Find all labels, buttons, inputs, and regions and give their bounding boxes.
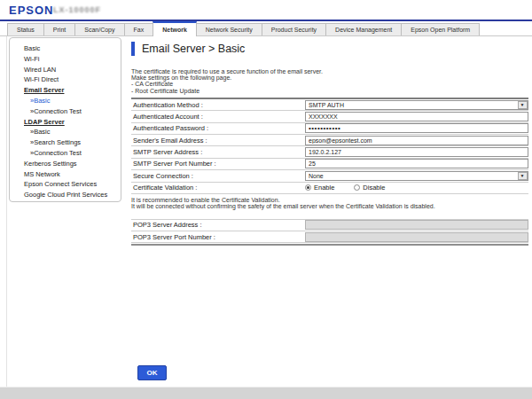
form-row-smtp-server-port-number: SMTP Server Port Number : — [131, 159, 528, 170]
disable-radio[interactable] — [354, 184, 360, 191]
authenticated-password-field — [305, 123, 528, 134]
sidebar-item-google-cloud-print-services[interactable]: Google Cloud Print Services — [10, 190, 121, 200]
certificate-validation-field: EnableDisable — [305, 183, 528, 193]
sidebar-item-kerberos-settings[interactable]: Kerberos Settings — [10, 159, 121, 169]
chevron-down-icon[interactable]: ▼ — [518, 101, 528, 109]
authentication-method-label: Authentication Method : — [131, 101, 305, 109]
secure-connection-field: None▼ — [305, 170, 528, 181]
smtp-server-port-number-input[interactable] — [305, 159, 528, 168]
tab-scan-copy[interactable]: Scan/Copy — [74, 23, 124, 35]
tab-epson-open-platform[interactable]: Epson Open Platform — [401, 23, 480, 35]
main-content: Email Server > Basic The certificate is … — [131, 41, 528, 246]
sidebar-nav: BasicWi-FiWired LANWi-Fi DirectEmail Ser… — [9, 37, 121, 202]
pop3-server-address-label: POP3 Server Address : — [131, 221, 305, 229]
form-row-authenticated-password: Authenticated Password : — [131, 123, 528, 135]
authenticated-account-field — [305, 111, 528, 121]
pop3-server-port-number-input — [305, 232, 528, 242]
tab-network[interactable]: Network — [153, 21, 197, 36]
tab-status[interactable]: Status — [7, 23, 44, 35]
authenticated-password-input[interactable] — [305, 123, 528, 133]
description-line: - CA Certificate — [131, 81, 528, 87]
smtp-server-address-field — [305, 146, 528, 157]
form-row-smtp-server-address: SMTP Server Address : — [131, 146, 528, 158]
smtp-server-port-number-label: SMTP Server Port Number : — [131, 160, 305, 168]
pop3-server-port-number-label: POP3 Server Port Number : — [131, 233, 305, 241]
epson-logo: EPSON — [9, 4, 54, 17]
sender-s-email-address-field — [305, 135, 528, 145]
authenticated-account-input[interactable] — [305, 112, 528, 121]
footer-bar — [0, 387, 532, 399]
tab-fax[interactable]: Fax — [124, 23, 154, 35]
description-line: Make settings on the following page. — [131, 74, 528, 81]
tab-product-security[interactable]: Product Security — [262, 23, 326, 35]
sidebar-item-wired-lan[interactable]: Wired LAN — [10, 65, 121, 75]
title-accent-bar — [131, 42, 135, 56]
tab-print[interactable]: Print — [43, 23, 75, 35]
secure-connection-label: Secure Connection : — [131, 172, 305, 180]
authenticated-account-label: Authenticated Account : — [131, 113, 305, 121]
form-row-sender-s-email-address: Sender's Email Address : — [131, 135, 528, 146]
smtp-server-address-label: SMTP Server Address : — [131, 148, 305, 156]
certificate-validation-note: It is recommended to enable the Certific… — [131, 194, 528, 215]
page-title: Email Server > Basic — [142, 43, 245, 55]
tab-bar: StatusPrintScan/CopyFaxNetworkNetwork Se… — [0, 21, 532, 36]
sidebar-item-epson-connect-services[interactable]: Epson Connect Services — [10, 179, 121, 190]
tab-device-management[interactable]: Device Management — [325, 23, 402, 35]
sidebar-item-connection-test[interactable]: »Connection Test — [10, 106, 121, 117]
printer-model-name: LX-10000F — [53, 5, 101, 14]
note-line: It is recommended to enable the Certific… — [131, 197, 528, 203]
pop3-server-port-number-field — [305, 231, 528, 242]
sidebar-item-search-settings[interactable]: »Search Settings — [10, 137, 121, 148]
sidebar-item-email-server[interactable]: Email Server — [10, 85, 121, 96]
form-row-authentication-method: Authentication Method :SMTP AUTH▼ — [131, 99, 528, 111]
smtp-server-address-input[interactable] — [305, 147, 528, 157]
selected-option-label: SMTP AUTH — [306, 102, 344, 108]
form-row-pop3-server-address: POP3 Server Address : — [131, 220, 528, 231]
chevron-down-icon[interactable]: ▼ — [518, 172, 528, 180]
sidebar-item-basic[interactable]: »Basic — [10, 96, 121, 106]
form-row-certificate-validation: Certificate Validation :EnableDisable — [131, 183, 528, 194]
radio-dot — [356, 186, 358, 189]
form-bottom-divider — [131, 243, 528, 246]
form-row-pop3-server-port-number: POP3 Server Port Number : — [131, 231, 528, 243]
description-line: The certificate is required to use a sec… — [131, 68, 528, 74]
page-title-row: Email Server > Basic — [131, 41, 528, 57]
sidebar-item-basic[interactable]: Basic — [10, 43, 121, 54]
certificate-validation-label: Certificate Validation : — [131, 184, 305, 192]
enable-radio-label: Enable — [314, 184, 334, 192]
form-row-secure-connection: Secure Connection :None▼ — [131, 170, 528, 182]
disable-radio-label: Disable — [363, 184, 385, 192]
ok-button[interactable]: OK — [137, 365, 167, 380]
authenticated-password-label: Authenticated Password : — [131, 124, 305, 132]
form-row-authenticated-account: Authenticated Account : — [131, 111, 528, 122]
app-header: EPSON LX-10000F — [0, 0, 532, 20]
page-left-border — [6, 36, 7, 387]
authentication-method-select[interactable]: SMTP AUTH▼ — [305, 100, 528, 110]
sidebar-item-wi-fi[interactable]: Wi-Fi — [10, 54, 121, 65]
sidebar-item-ms-network[interactable]: MS Network — [10, 169, 121, 180]
note-line: It will be connected without confirming … — [131, 203, 528, 209]
pop3-server-address-input — [305, 220, 528, 230]
secure-connection-select[interactable]: None▼ — [305, 171, 528, 181]
pop3-form: POP3 Server Address :POP3 Server Port Nu… — [131, 219, 528, 244]
sidebar-item-connection-test[interactable]: »Connection Test — [10, 148, 121, 159]
email-server-form: Authentication Method :SMTP AUTH▼Authent… — [131, 98, 528, 194]
page-description: The certificate is required to use a sec… — [131, 68, 528, 94]
radio-dot — [307, 186, 309, 189]
sender-s-email-address-label: Sender's Email Address : — [131, 137, 305, 145]
description-line: - Root Certificate Update — [131, 88, 528, 94]
sender-s-email-address-input[interactable] — [305, 136, 528, 145]
tab-network-security[interactable]: Network Security — [196, 23, 262, 35]
enable-radio[interactable] — [305, 184, 311, 191]
selected-option-label: None — [306, 173, 324, 179]
sidebar-item-wi-fi-direct[interactable]: Wi-Fi Direct — [10, 74, 121, 85]
smtp-server-port-number-field — [305, 159, 528, 169]
pop3-server-address-field — [305, 220, 528, 231]
authentication-method-field: SMTP AUTH▼ — [305, 99, 528, 110]
sidebar-item-ldap-server[interactable]: LDAP Server — [10, 117, 121, 128]
certificate-validation-radio-group: EnableDisable — [305, 184, 404, 192]
sidebar-item-basic[interactable]: »Basic — [10, 127, 121, 137]
